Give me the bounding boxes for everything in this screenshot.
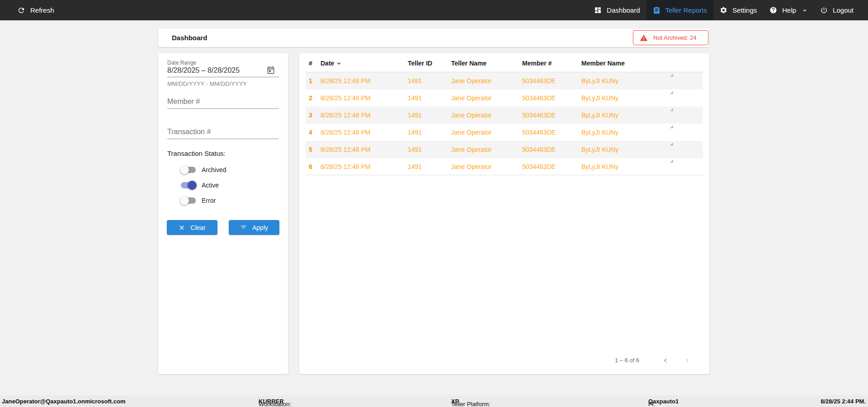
date-range-helper: MM/DD/YYYY - MM/DD/YYYY: [167, 80, 247, 87]
toggle-error-switch[interactable]: [181, 197, 196, 204]
row-teller-name: Jane Operator: [451, 129, 492, 136]
row-member-number: 5034463DE: [522, 146, 556, 153]
nav-item-teller-reports[interactable]: Teller Reports: [646, 0, 714, 20]
logged-in-user: JaneOperator@Qaxpauto1.onmicrosoft.com: [2, 398, 125, 405]
row-teller-name: Jane Operator: [451, 77, 492, 84]
column-header-member-name[interactable]: Member Name: [581, 60, 625, 67]
clear-button-label: Clear: [190, 224, 205, 231]
row-number: 2: [309, 94, 312, 102]
row-teller-id: 1491: [408, 94, 422, 102]
column-header-date[interactable]: Date: [321, 60, 342, 68]
toggle-active[interactable]: Active: [181, 181, 219, 190]
transaction-number-input[interactable]: [167, 128, 279, 136]
row-teller-name: Jane Operator: [451, 112, 492, 119]
gear-icon: [720, 6, 727, 14]
not-archived-badge-label: Not Archived: 24: [653, 34, 696, 41]
nav-item-help[interactable]: Help: [763, 0, 814, 20]
chevron-down-icon: [802, 8, 807, 13]
row-date: 8/28/25 12:48 PM: [321, 94, 371, 102]
dashboard-icon: [594, 6, 602, 14]
row-member-number: 5034463DE: [522, 129, 556, 136]
row-date: 8/28/25 12:48 PM: [321, 129, 371, 136]
not-archived-badge[interactable]: Not Archived: 24: [633, 30, 708, 45]
row-teller-id: 1491: [408, 129, 422, 136]
row-teller-name: Jane Operator: [451, 163, 492, 170]
member-underline: [167, 108, 279, 109]
toggle-archived-switch[interactable]: [181, 167, 196, 173]
top-navbar: Refresh Dashboard Teller Reports Setting…: [0, 0, 868, 20]
date-range-underline: [167, 77, 279, 77]
status-datetime: 8/28/25 2:44 PM.: [821, 398, 866, 405]
row-teller-name: Jane Operator: [451, 94, 492, 102]
transaction-status-label: Transaction Status:: [167, 150, 226, 157]
toggle-archived-label: Archived: [202, 166, 226, 173]
row-date: 8/28/25 12:48 PM: [321, 163, 371, 170]
column-header-number: #: [309, 60, 312, 67]
nav-help-label: Help: [782, 6, 796, 14]
table-row[interactable]: 2 8/28/25 12:48 PM 1491 Jane Operator 50…: [306, 89, 703, 107]
results-table-card: # Date Teller ID Teller Name Member # Me…: [299, 53, 709, 374]
nav-item-logout[interactable]: Logout: [814, 0, 860, 20]
apply-button[interactable]: Apply: [229, 220, 279, 235]
toggle-error[interactable]: Error: [181, 196, 216, 205]
member-number-input[interactable]: [167, 98, 279, 106]
apply-button-label: Apply: [252, 224, 268, 231]
teller-platform-info: Teller Platform: XP: [451, 398, 459, 405]
row-date: 8/28/25 12:48 PM: [321, 77, 371, 84]
warning-icon: [640, 34, 648, 42]
row-member-name: ByLyJI KUNy: [581, 146, 618, 153]
nav-dashboard-label: Dashboard: [607, 6, 640, 14]
pagination-range-label: 1 – 6 of 6: [598, 357, 656, 364]
row-number: 5: [309, 146, 312, 153]
table-row[interactable]: 5 8/28/25 12:48 PM 1491 Jane Operator 50…: [306, 141, 703, 158]
x-icon: [179, 225, 185, 231]
row-teller-name: Jane Operator: [451, 146, 492, 153]
nav-item-settings[interactable]: Settings: [713, 0, 763, 20]
row-teller-id: 1491: [408, 146, 422, 153]
column-header-teller-name[interactable]: Teller Name: [451, 60, 486, 67]
date-range-input[interactable]: [167, 66, 266, 75]
fi-info: FI: Qaxpauto1: [648, 398, 679, 405]
row-number: 3: [309, 112, 312, 119]
table-row[interactable]: 1 8/28/25 12:48 PM 1491 Jane Operator 50…: [306, 72, 703, 89]
workstation-info: Workstation: KURRER: [259, 398, 284, 405]
toggle-error-label: Error: [202, 197, 216, 204]
row-member-number: 5034463DE: [522, 77, 556, 84]
row-member-name: ByLyJI KUNy: [581, 163, 618, 170]
nav-item-dashboard[interactable]: Dashboard: [588, 0, 646, 20]
nav-logout-label: Logout: [833, 6, 854, 14]
row-member-number: 5034463DE: [522, 94, 556, 102]
clear-button[interactable]: Clear: [167, 220, 217, 235]
calendar-icon[interactable]: [266, 66, 276, 76]
column-header-member-number[interactable]: Member #: [522, 60, 552, 67]
row-member-name: ByLyJI KUNy: [581, 77, 618, 84]
teller-app: Refresh Dashboard Teller Reports Setting…: [0, 0, 868, 407]
column-header-teller-id[interactable]: Teller ID: [408, 60, 432, 67]
toggle-active-switch[interactable]: [181, 182, 196, 188]
page-header-card: Dashboard Not Archived: 24: [158, 28, 709, 47]
refresh-icon: [17, 6, 25, 14]
sort-desc-icon: [336, 61, 342, 68]
table-row[interactable]: 3 8/28/25 12:48 PM 1491 Jane Operator 50…: [306, 107, 703, 124]
row-member-number: 5034463DE: [522, 163, 556, 170]
nav-settings-label: Settings: [732, 6, 757, 14]
refresh-button[interactable]: Refresh: [11, 0, 61, 20]
power-icon: [820, 6, 828, 14]
table-header-row: # Date Teller ID Teller Name Member # Me…: [306, 53, 703, 72]
row-number: 1: [309, 77, 312, 84]
row-member-number: 5034463DE: [522, 112, 556, 119]
table-row[interactable]: 4 8/28/25 12:48 PM 1491 Jane Operator 50…: [306, 124, 703, 141]
clipboard-icon: [653, 6, 660, 14]
chevron-right-icon[interactable]: [681, 355, 693, 366]
row-member-name: ByLyJI KUNy: [581, 112, 618, 119]
date-range-label: Date Range: [167, 60, 196, 66]
chevron-left-icon[interactable]: [660, 355, 671, 366]
filter-panel: Date Range MM/DD/YYYY - MM/DD/YYYY Trans…: [158, 53, 288, 374]
row-teller-id: 1491: [408, 112, 422, 119]
row-teller-id: 1491: [408, 163, 422, 170]
toggle-active-label: Active: [202, 182, 219, 189]
transaction-underline: [167, 139, 279, 139]
row-teller-id: 1491: [408, 77, 422, 84]
toggle-archived[interactable]: Archived: [181, 165, 226, 174]
table-row[interactable]: 6 8/28/25 12:48 PM 1491 Jane Operator 50…: [306, 158, 703, 175]
